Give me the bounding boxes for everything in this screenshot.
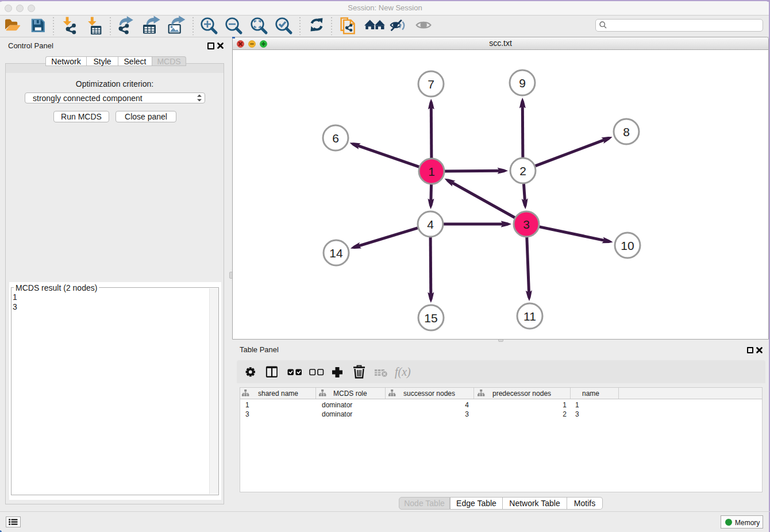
svg-text:14: 14 [329,246,343,260]
svg-text:MCDS role: MCDS role [333,390,367,398]
svg-text:1: 1 [428,165,435,178]
svg-text:2: 2 [519,164,526,178]
svg-text:9: 9 [519,76,526,90]
svg-text:1: 1 [575,401,579,409]
svg-text:shared name: shared name [258,390,298,398]
svg-text:1: 1 [245,401,249,409]
svg-text:3: 3 [465,410,469,418]
svg-text:successor nodes: successor nodes [403,390,455,398]
svg-text:15: 15 [424,311,437,325]
svg-text:1: 1 [563,401,567,409]
svg-text:4: 4 [427,218,434,231]
svg-text:8: 8 [623,125,630,138]
svg-text:f(x): f(x) [395,365,411,379]
svg-text:6: 6 [332,132,339,145]
svg-text:3: 3 [575,410,579,418]
svg-text:predecessor nodes: predecessor nodes [492,390,551,398]
svg-text:3: 3 [523,218,530,231]
svg-text:10: 10 [621,239,634,252]
svg-text:dominator: dominator [322,401,352,409]
svg-text:name: name [582,390,599,398]
svg-text:3: 3 [245,410,249,418]
svg-text:7: 7 [428,78,434,91]
svg-text:11: 11 [523,310,536,323]
svg-text:dominator: dominator [322,410,352,418]
svg-text:2: 2 [563,410,567,418]
svg-text:4: 4 [465,401,469,409]
